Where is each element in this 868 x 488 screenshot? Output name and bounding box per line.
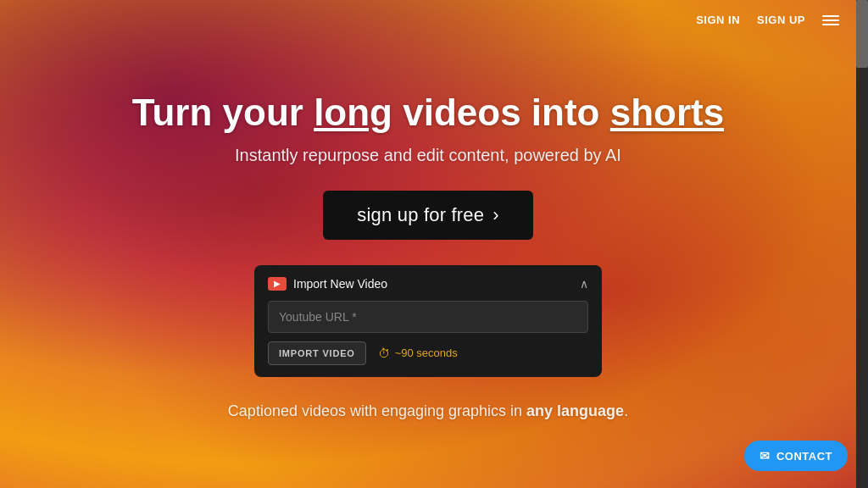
contact-label: CONTACT (776, 450, 832, 463)
import-video-card: ▶ Import New Video ∧ IMPORT VIDEO ⏱ ~90 … (254, 265, 602, 377)
clock-icon: ⏱ (378, 347, 390, 360)
bottom-caption-bold: any language (526, 402, 624, 419)
mail-icon: ✉ (760, 449, 771, 463)
hero-subtitle: Instantly repurpose and edit content, po… (132, 146, 724, 165)
hero-title-prefix: Turn your (132, 92, 314, 133)
hero-title-long: long (314, 92, 392, 133)
top-nav: SIGN IN SIGN UP (0, 0, 856, 40)
import-card-title-text: Import New Video (293, 277, 387, 291)
contact-button[interactable]: ✉ CONTACT (744, 441, 848, 471)
time-estimate-badge: ⏱ ~90 seconds (378, 347, 458, 360)
scrollbar-thumb[interactable] (856, 0, 868, 68)
hero-title-middle: videos into (392, 92, 610, 133)
youtube-url-input[interactable] (268, 301, 588, 333)
sign-in-link[interactable]: SIGN IN (696, 14, 740, 26)
hero-title: Turn your long videos into shorts (132, 91, 724, 136)
collapse-icon[interactable]: ∧ (580, 277, 588, 291)
import-footer: IMPORT VIDEO ⏱ ~90 seconds (268, 341, 588, 365)
video-camera-icon: ▶ (268, 277, 287, 291)
import-video-button[interactable]: IMPORT VIDEO (268, 341, 366, 365)
bottom-caption: Captioned videos with engaging graphics … (228, 402, 628, 420)
cta-label: sign up for free (357, 204, 484, 226)
page-content: SIGN IN SIGN UP Turn your long videos in… (0, 0, 856, 488)
time-estimate-text: ~90 seconds (395, 347, 458, 359)
hero-section: Turn your long videos into shorts Instan… (132, 91, 724, 165)
scrollbar[interactable] (856, 0, 868, 488)
bottom-caption-prefix: Captioned videos with engaging graphics … (228, 402, 526, 419)
hamburger-icon[interactable] (822, 15, 839, 25)
chevron-right-icon: › (492, 204, 499, 226)
hero-title-shorts: shorts (610, 92, 724, 133)
bottom-caption-suffix: . (624, 402, 628, 419)
sign-up-link[interactable]: SIGN UP (757, 14, 805, 26)
import-card-header: ▶ Import New Video ∧ (268, 277, 588, 291)
import-card-title-group: ▶ Import New Video (268, 277, 387, 291)
signup-cta-button[interactable]: sign up for free › (323, 191, 532, 240)
